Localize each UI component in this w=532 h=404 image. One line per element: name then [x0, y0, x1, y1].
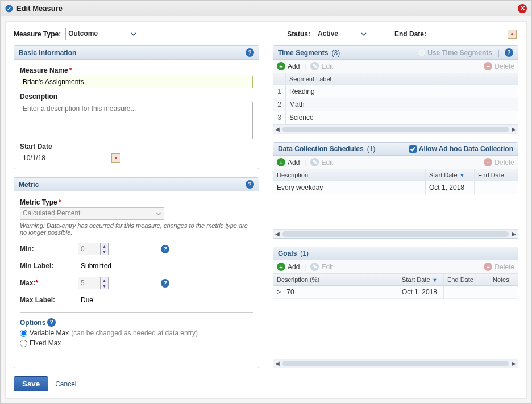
description-label: Description — [20, 93, 57, 101]
table-row[interactable]: 2Math — [273, 98, 518, 111]
table-row[interactable]: 3Science — [273, 111, 518, 124]
help-icon[interactable]: ? — [246, 48, 254, 57]
cancel-link[interactable]: Cancel — [55, 380, 76, 388]
schedule-end-cell — [475, 181, 518, 194]
metric-header: Metric — [19, 181, 39, 189]
end-date-col: End Date — [475, 169, 518, 181]
minus-icon: − — [484, 158, 492, 166]
edit-button[interactable]: Edit — [310, 62, 333, 70]
status-value: Active — [318, 30, 338, 38]
basic-info-header: Basic Information — [19, 49, 76, 57]
edit-icon — [5, 5, 13, 13]
spinner-buttons[interactable]: ▲▼ — [100, 243, 108, 255]
scroll-left-icon[interactable]: ◀ — [275, 361, 280, 366]
metric-type-value: Calculated Percent — [23, 209, 80, 217]
end-date-label: End Date: — [394, 30, 426, 38]
horizontal-scrollbar[interactable]: ◀ ▶ — [273, 359, 518, 368]
table-row[interactable]: Every weekdayOct 1, 2018 — [273, 181, 518, 194]
save-button[interactable]: Save — [14, 376, 48, 391]
minus-icon: − — [484, 62, 492, 70]
metric-type-select: Calculated Percent — [20, 207, 164, 220]
scroll-left-icon[interactable]: ◀ — [275, 231, 280, 237]
metric-type-label: Metric Type — [20, 198, 57, 206]
pencil-icon — [310, 263, 319, 271]
schedule-desc-cell: Every weekday — [273, 181, 426, 194]
close-icon[interactable]: ✕ — [518, 4, 527, 13]
add-button[interactable]: + Add — [277, 62, 300, 70]
help-icon[interactable]: ? — [161, 245, 169, 253]
scroll-right-icon[interactable]: ▶ — [511, 361, 517, 366]
goals-table-header: Description (%) Start Date▼ End Date Not… — [273, 274, 518, 286]
use-time-segments-label: Use Time Segments — [427, 49, 492, 57]
help-icon[interactable]: ? — [505, 48, 513, 57]
divider — [20, 312, 253, 313]
desc-col: Description (%) — [273, 274, 398, 285]
max-label-label: Max Label: — [20, 296, 74, 304]
help-icon[interactable]: ? — [161, 279, 169, 288]
table-row[interactable]: 1Reading — [273, 85, 518, 98]
start-date-input[interactable]: 10/1/18 — [20, 152, 122, 164]
required-indicator: * — [59, 198, 61, 206]
basic-information-panel: Basic Information ? Measure Name* Descri… — [14, 45, 259, 169]
plus-icon: + — [277, 263, 285, 271]
horizontal-scrollbar[interactable]: ◀ ▶ — [273, 124, 518, 134]
goal-desc-cell: >= 70 — [273, 286, 398, 298]
description-textarea[interactable] — [20, 102, 253, 139]
segment-label-cell: Science — [286, 111, 518, 124]
end-date-input[interactable] — [431, 28, 518, 40]
fixed-max-radio[interactable] — [20, 340, 27, 347]
minus-icon: − — [484, 263, 492, 271]
calendar-icon[interactable] — [508, 30, 517, 39]
scroll-right-icon[interactable]: ▶ — [511, 231, 517, 237]
schedules-table-header: Description Start Date▼ End Date — [273, 169, 518, 181]
pencil-icon — [310, 158, 319, 166]
scroll-left-icon[interactable]: ◀ — [275, 127, 280, 132]
time-segments-table-header: Segment Label — [273, 73, 518, 85]
help-icon[interactable]: ? — [246, 180, 254, 189]
start-date-col[interactable]: Start Date▼ — [426, 169, 475, 181]
start-date-col[interactable]: Start Date▼ — [398, 274, 444, 285]
min-label-input[interactable] — [78, 260, 157, 272]
table-row[interactable]: >= 70Oct 1, 2018 — [273, 286, 518, 299]
titlebar: Edit Measure ✕ — [1, 1, 531, 16]
variable-max-label: Variable Max — [30, 329, 69, 337]
allow-adhoc-label: Allow Ad hoc Data Collection — [419, 145, 513, 153]
max-label-input[interactable] — [78, 294, 157, 306]
scroll-right-icon[interactable]: ▶ — [511, 127, 517, 132]
allow-adhoc-checkbox[interactable] — [409, 145, 417, 153]
measure-type-select[interactable]: Outcome — [65, 28, 139, 40]
footer: Save Cancel — [14, 373, 518, 393]
spinner-buttons[interactable]: ▲▼ — [100, 277, 108, 289]
metric-panel: Metric ? Metric Type* Calculated Percent — [14, 177, 259, 368]
status-label: Status: — [287, 30, 310, 38]
add-button[interactable]: + Add — [277, 263, 300, 271]
delete-button[interactable]: − Delete — [484, 62, 514, 70]
edit-button[interactable]: Edit — [310, 263, 333, 271]
chevron-down-icon — [131, 31, 136, 39]
pencil-icon — [310, 62, 319, 70]
measure-name-label: Measure Name — [20, 66, 68, 74]
delete-button[interactable]: − Delete — [484, 263, 514, 271]
edit-button[interactable]: Edit — [310, 158, 333, 166]
desc-col: Description — [273, 169, 426, 181]
status-select[interactable]: Active — [315, 28, 369, 40]
help-icon[interactable]: ? — [47, 318, 56, 327]
metric-warning: Warning: Data-entry has occurred for thi… — [20, 222, 253, 236]
schedules-count: (1) — [367, 145, 376, 153]
variable-max-hint: (can be changed as needed at data entry) — [71, 329, 198, 337]
measure-name-input[interactable] — [20, 76, 253, 88]
add-button[interactable]: + Add — [277, 158, 300, 166]
delete-button[interactable]: − Delete — [484, 158, 514, 166]
segment-label-col: Segment Label — [286, 73, 518, 85]
calendar-icon[interactable] — [111, 153, 120, 163]
max-value: 5 — [81, 279, 85, 287]
row-index: 2 — [273, 98, 286, 111]
goal-notes-cell — [489, 286, 518, 298]
measure-type-label: Measure Type: — [14, 30, 61, 38]
horizontal-scrollbar[interactable]: ◀ ▶ — [273, 229, 518, 238]
start-date-value: 10/1/18 — [23, 154, 109, 162]
variable-max-radio[interactable] — [20, 330, 27, 337]
measure-type-value: Outcome — [68, 30, 98, 38]
schedules-panel: Data Collection Schedules (1) Allow Ad h… — [273, 142, 518, 239]
sort-down-icon: ▼ — [460, 173, 465, 178]
